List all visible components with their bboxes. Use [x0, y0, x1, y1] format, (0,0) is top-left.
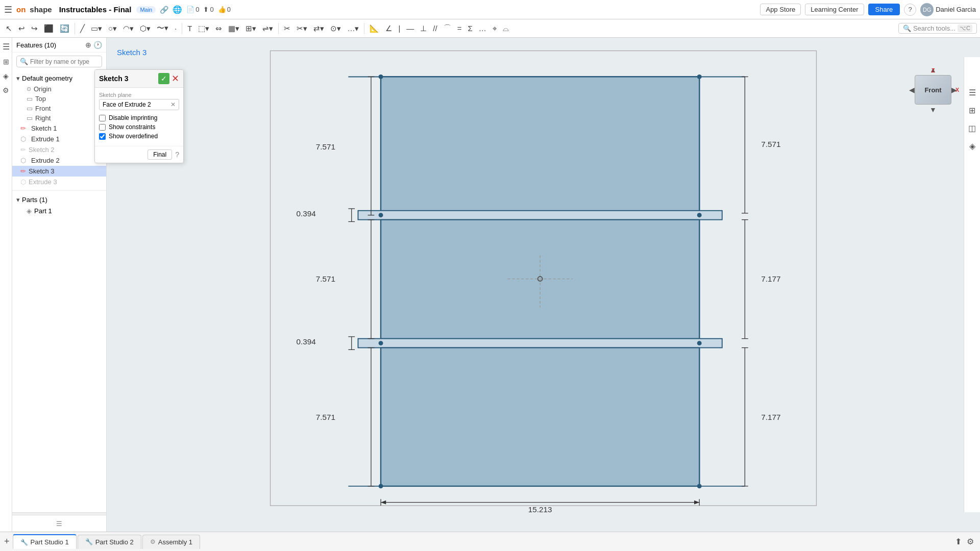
display-icon-4[interactable]: ◈	[969, 141, 975, 151]
display-icon-2[interactable]: ⊞	[969, 106, 975, 115]
final-button[interactable]: Final	[148, 149, 172, 160]
sketch-dialog-title: Sketch 3	[99, 74, 129, 83]
configuration-icon[interactable]: ⚙	[3, 86, 9, 94]
toolbar-constrain-sym[interactable]: Σ	[465, 22, 475, 34]
parts-header[interactable]: ▾ Parts (1)	[12, 194, 106, 206]
feature-search-box[interactable]: 🔍	[16, 56, 102, 67]
toolbar-pattern2[interactable]: ⊞▾	[243, 22, 259, 35]
feature-list-icon[interactable]: ☰	[12, 515, 106, 532]
feature-item-sketch1[interactable]: ✏ Sketch 1	[12, 123, 106, 134]
default-geometry-header[interactable]: ▾ Default geometry	[12, 72, 106, 84]
feature-list: ▾ Default geometry ⊙ Origin ▭ Top ▭ Fron…	[12, 70, 106, 512]
feature-item-right[interactable]: ▭ Right	[12, 113, 106, 123]
toolbar-arc2[interactable]: ⌓	[500, 22, 511, 35]
help-icon[interactable]: ?	[904, 4, 916, 16]
toolbar-select[interactable]: ↖	[3, 22, 15, 35]
front-plane-icon: ▭	[27, 105, 33, 112]
toolbar-circle[interactable]: ○▾	[106, 22, 119, 35]
toolbar-constrain-tang[interactable]: ⌒	[441, 22, 454, 35]
toolbar-pattern[interactable]: ▦▾	[226, 22, 242, 35]
toolbar-line[interactable]: ╱	[78, 22, 87, 35]
sketch-confirm-button[interactable]: ✓	[158, 73, 169, 84]
view-left-arrow[interactable]: ◀	[909, 86, 915, 94]
toolbar-constrain-h[interactable]: —	[404, 22, 416, 34]
feature-item-front[interactable]: ▭ Front	[12, 104, 106, 113]
part-studio-1-icon: 🔧	[20, 539, 28, 546]
display-icon-1[interactable]: ☰	[969, 88, 976, 97]
sketch-plane-row[interactable]: Face of Extrude 2 ✕	[99, 99, 179, 110]
main-badge: Main	[136, 6, 156, 13]
toolbar-commit[interactable]: ⬛	[41, 22, 56, 35]
variables-icon[interactable]: ⊞	[3, 58, 9, 66]
toolbar-arc[interactable]: ◠▾	[120, 22, 136, 35]
link-icon[interactable]: 🔗	[160, 6, 168, 14]
bottom-export-icon[interactable]: ⬆	[955, 537, 962, 546]
show-overdefined-checkbox[interactable]	[99, 133, 106, 140]
feature-item-extrude3[interactable]: ⬡ Extrude 3	[12, 177, 106, 187]
toolbar-constrain-equal[interactable]: =	[455, 22, 464, 34]
feature-item-sketch2[interactable]: ✏ Sketch 2	[12, 144, 106, 155]
toolbar-mirror[interactable]: ⇌▾	[260, 22, 276, 35]
toolbar-rect[interactable]: ▭▾	[88, 22, 105, 35]
toolbar-trim[interactable]: ✂	[281, 22, 293, 35]
share-button[interactable]: Share	[868, 4, 900, 15]
toolbar-text[interactable]: T	[185, 22, 194, 34]
assembly-1-label: Assembly 1	[158, 538, 192, 546]
view-cube-face[interactable]: Front Z X	[915, 75, 951, 105]
part-item-1[interactable]: ◈ Part 1	[12, 206, 106, 216]
toolbar-offset[interactable]: ⇄▾	[311, 22, 327, 35]
app-store-button[interactable]: App Store	[760, 4, 801, 15]
toolbar-redo[interactable]: ↪	[29, 22, 40, 35]
feature-options-icon[interactable]: 🕐	[93, 41, 102, 49]
add-tab-button[interactable]: +	[2, 534, 12, 549]
toolbar-project[interactable]: ⊙▾	[328, 22, 344, 35]
toolbar-transform[interactable]: ⇔	[213, 22, 225, 35]
part-studio-2-icon: 🔧	[85, 538, 93, 545]
feature-item-sketch3[interactable]: ✏ Sketch 3	[12, 166, 106, 177]
toolbar-angle[interactable]: ∠	[383, 22, 395, 35]
toolbar-use[interactable]: ⬚▾	[195, 22, 212, 35]
globe-icon[interactable]: 🌐	[173, 5, 182, 14]
toolbar-dim[interactable]: 📐	[367, 22, 382, 35]
sketch-cancel-button[interactable]: ✕	[172, 73, 179, 84]
origin-label: Origin	[34, 85, 52, 93]
svg-text:7.571: 7.571	[761, 140, 780, 148]
toolbar-trim2[interactable]: ✂▾	[294, 22, 310, 35]
toolbar-point[interactable]: ·	[172, 22, 179, 34]
toolbar-constrain-perp[interactable]: ⊥	[418, 22, 429, 35]
feature-item-extrude1[interactable]: ⬡ Extrude 1	[12, 134, 106, 144]
toolbar-constrain-par[interactable]: //	[430, 22, 439, 34]
toolbar-loop[interactable]: 🔄	[57, 22, 72, 35]
viewport[interactable]: Sketch 3	[107, 38, 980, 532]
toolbar-sketch-more[interactable]: …▾	[345, 22, 361, 35]
feature-item-top[interactable]: ▭ Top	[12, 94, 106, 104]
tab-part-studio-1[interactable]: 🔧 Part Studio 1	[13, 534, 77, 549]
show-constraints-checkbox[interactable]	[99, 124, 106, 131]
sketch-plane-clear-icon[interactable]: ✕	[170, 101, 176, 108]
learning-center-button[interactable]: Learning Center	[805, 4, 864, 15]
toolbar-undo[interactable]: ↩	[16, 22, 28, 35]
feature-item-origin[interactable]: ⊙ Origin	[12, 84, 106, 94]
feature-search-input[interactable]	[30, 58, 99, 65]
toolbar-midpoint[interactable]: ⌖	[490, 22, 499, 35]
sketch-help-icon[interactable]: ?	[175, 151, 179, 159]
user-area[interactable]: DG Daniel Garcia	[920, 3, 976, 16]
disable-imprinting-checkbox[interactable]	[99, 115, 106, 121]
toolbar-polygon[interactable]: ⬡▾	[137, 22, 153, 35]
hamburger-icon[interactable]: ☰	[4, 4, 12, 15]
display-icon-3[interactable]: ◫	[968, 123, 976, 133]
search-tools-box[interactable]: 🔍 Search tools... ⌥C	[898, 23, 977, 34]
tab-part-studio-2[interactable]: 🔧 Part Studio 2	[78, 535, 141, 549]
feature-item-extrude2[interactable]: ⬡ Extrude 2	[12, 155, 106, 166]
view-down-arrow[interactable]: ▼	[929, 106, 937, 114]
features-icon[interactable]: ☰	[3, 42, 10, 52]
bottom-settings-icon[interactable]: ⚙	[967, 537, 974, 546]
toolbar-constrain-more[interactable]: …	[476, 22, 489, 34]
add-feature-icon[interactable]: ⊕	[85, 41, 91, 49]
appearance-icon[interactable]: ◈	[3, 72, 9, 80]
toolbar-spline[interactable]: 〜▾	[154, 22, 171, 35]
toolbar-constrain-v[interactable]: |	[396, 22, 403, 34]
sketch1-label: Sketch 1	[31, 124, 57, 132]
tab-assembly-1[interactable]: ⚙ Assembly 1	[142, 535, 200, 549]
right-plane-icon: ▭	[27, 114, 33, 122]
